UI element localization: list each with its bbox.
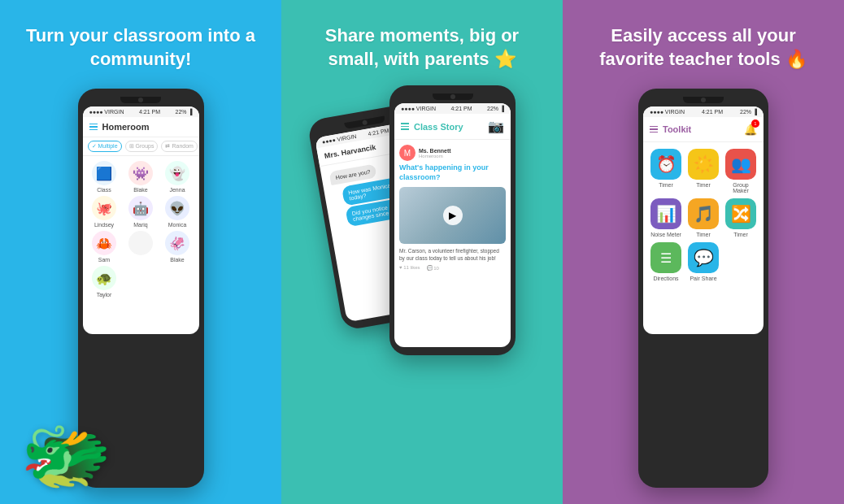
story-text: Mr. Carson, a volunteer firefighter, sto…: [399, 247, 506, 262]
toolkit-item-timer-4[interactable]: 🔀 Timer: [724, 198, 757, 237]
sun-icon: ☀️: [688, 149, 719, 180]
status-time: 4:21 PM: [139, 109, 160, 115]
directions-label: Directions: [653, 276, 678, 281]
noise-meter-icon: 📊: [650, 198, 681, 229]
student-name: Monica: [168, 222, 187, 228]
author-name: Ms. Bennett: [419, 148, 451, 154]
story-screen: ●●●● VIRGIN 4:21 PM 22% ▐ Class Story 📷 …: [394, 103, 511, 347]
app-header: Homeroom: [83, 117, 199, 137]
panel-headline-2: Share moments, big or small, with parent…: [298, 24, 546, 71]
status-left: ●●●● VIRGIN: [89, 109, 124, 115]
panel-headline-1: Turn your classroom into a community!: [16, 24, 265, 71]
author-location: Homeroom: [419, 154, 451, 159]
app-title: Homeroom: [102, 122, 150, 132]
panel-headline-3: Easily access all your favorite teacher …: [579, 24, 828, 71]
student-item[interactable]: 👽 Monica: [161, 196, 194, 228]
toolkit-title: Toolkit: [663, 124, 691, 134]
student-name: Class: [97, 187, 111, 193]
story-post: M Ms. Bennett Homeroom What's happening …: [394, 140, 511, 276]
student-item[interactable]: 🐙 Lindsey: [88, 196, 121, 228]
student-name: Jenna: [169, 187, 185, 193]
tab-groups[interactable]: ⊞ Groups: [125, 141, 159, 152]
student-name: Sam: [98, 257, 110, 263]
homeroom-screen: ●●●● VIRGIN 4:21 PM 22% ▐ Homeroom ✓ Mul…: [83, 106, 199, 334]
phone-notch-front: [433, 93, 473, 100]
toolkit-grid: ⏰ Timer ☀️ Timer 👥 Group Maker 📊 Noi: [643, 142, 764, 288]
hamburger-icon-story[interactable]: [401, 123, 409, 130]
phone-notch-3: [683, 97, 724, 103]
toolkit-screen: ●●●● VIRGIN 4:21 PM 22% ▐ Toolkit 🔔 1: [643, 106, 764, 334]
student-name: Mariq: [133, 222, 148, 228]
play-button[interactable]: ▶: [443, 206, 463, 225]
status-bar: ●●●● VIRGIN 4:21 PM 22% ▐: [83, 106, 199, 117]
timer-label-3: Timer: [696, 232, 711, 237]
student-name: Taylor: [97, 292, 112, 298]
student-item[interactable]: 🤖 Mariq: [124, 196, 158, 228]
timer-label-1: Timer: [659, 182, 673, 188]
student-avatar: 🦀: [92, 231, 116, 255]
comments-count: 💬 10: [427, 265, 439, 271]
phone-container-1: ●●●● VIRGIN 4:21 PM 22% ▐ Homeroom ✓ Mul…: [16, 85, 265, 488]
status-right: 22% ▐: [176, 109, 193, 115]
timer-icon-1: ⏰: [650, 149, 681, 180]
toolkit-item-noise-meter[interactable]: 📊 Noise Meter: [650, 198, 682, 237]
phone-container-3: ●●●● VIRGIN 4:21 PM 22% ▐ Toolkit 🔔 1: [638, 85, 768, 488]
timer-label-4: Timer: [733, 232, 748, 237]
student-avatar: [128, 231, 153, 255]
phone-mockup-3: ●●●● VIRGIN 4:21 PM 22% ▐ Toolkit 🔔 1: [638, 89, 768, 488]
student-item[interactable]: 🟦 Class: [88, 161, 121, 193]
status-bar-front: ●●●● VIRGIN 4:21 PM 22% ▐: [394, 103, 511, 114]
status-right: 22% ▐: [487, 106, 504, 111]
author-meta: Ms. Bennett Homeroom: [419, 148, 451, 159]
status-time: 4:21 PM: [450, 106, 472, 111]
toolkit-item-empty: [724, 242, 757, 281]
student-item[interactable]: 🦀 Sam: [88, 231, 121, 263]
student-grid: 🟦 Class 👾 Blake 👻 Jenna 🐙 Lindsey: [83, 156, 199, 302]
phone-container-2: ●●●● VIRGIN 4:21 PM 22% Mrs. Harvancik H…: [337, 85, 507, 378]
tab-multiple[interactable]: ✓ Multiple: [88, 141, 122, 152]
student-name: Blake: [170, 257, 185, 263]
homeroom-tabs: ✓ Multiple ⊞ Groups ⇄ Random: [83, 137, 199, 156]
author-avatar: M: [399, 145, 415, 161]
story-stats: ♥ 11 likes 💬 10: [399, 265, 506, 271]
student-item[interactable]: 👾 Blake: [124, 161, 158, 193]
hamburger-icon-toolkit[interactable]: [650, 126, 658, 133]
student-name: Blake: [133, 187, 148, 193]
camera-icon[interactable]: 📷: [488, 119, 504, 134]
timer-label-2: Timer: [696, 182, 711, 188]
toolkit-item-pair-share[interactable]: 💬 Pair Share: [687, 242, 720, 281]
tab-random[interactable]: ⇄ Random: [161, 141, 197, 152]
story-question: What's happening in your classroom?: [399, 163, 506, 182]
student-avatar: 🦑: [165, 231, 189, 255]
bell-container: 🔔 1: [744, 122, 757, 137]
story-header: Class Story 📷: [394, 114, 511, 140]
student-avatar: 👾: [128, 161, 153, 185]
student-avatar: 🐢: [92, 266, 116, 290]
toolkit-item-group-maker[interactable]: 👥 Group Maker: [724, 149, 757, 193]
toolkit-item-directions[interactable]: ☰ Directions: [650, 242, 682, 281]
panel-toolkit: Easily access all your favorite teacher …: [563, 0, 844, 504]
student-item[interactable]: 👻 Jenna: [161, 161, 194, 193]
phone-notch: [120, 97, 161, 103]
story-title: Class Story: [414, 122, 463, 132]
notification-badge: 1: [751, 119, 759, 128]
group-maker-icon: 👥: [725, 149, 756, 180]
status-left: ●●●● VIRGIN: [401, 106, 436, 111]
status-bar-3: ●●●● VIRGIN 4:21 PM 22% ▐: [643, 106, 764, 117]
panel-share: Share moments, big or small, with parent…: [281, 0, 563, 504]
hamburger-icon[interactable]: [89, 124, 98, 131]
toolkit-item-timer-1[interactable]: ⏰ Timer: [650, 149, 682, 193]
story-author-row: M Ms. Bennett Homeroom: [399, 145, 506, 161]
shuffle-icon: 🔀: [725, 198, 756, 229]
student-avatar: 🐙: [92, 196, 116, 220]
toolkit-item-timer-3[interactable]: 🎵 Timer: [687, 198, 720, 237]
student-avatar: 👽: [165, 196, 189, 220]
music-icon: 🎵: [688, 198, 719, 229]
toolkit-item-timer-2[interactable]: ☀️ Timer: [687, 149, 720, 193]
student-avatar: 🟦: [92, 161, 116, 185]
student-avatar: 🤖: [128, 196, 153, 220]
group-maker-label: Group Maker: [724, 182, 757, 193]
empty-slot: [725, 242, 756, 273]
student-item[interactable]: 🦑 Blake: [161, 231, 194, 263]
student-item[interactable]: 🐢 Taylor: [88, 266, 121, 298]
